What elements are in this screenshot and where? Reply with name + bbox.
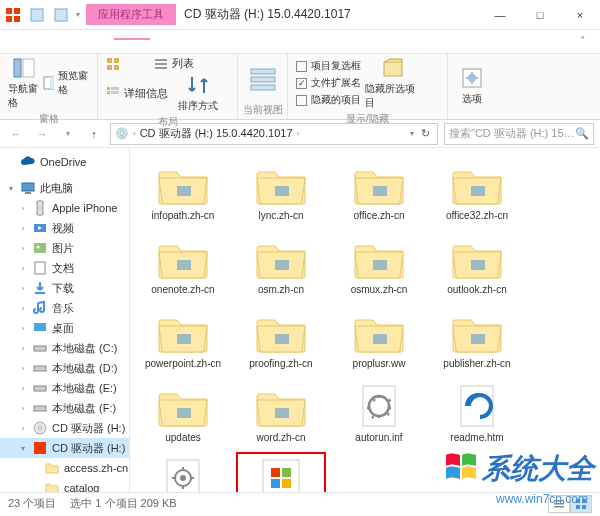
refresh-button[interactable]: ↻ — [418, 127, 433, 140]
folder-item[interactable]: onenote.zh-cn — [138, 230, 228, 300]
close-button[interactable]: × — [560, 0, 600, 30]
svg-rect-3 — [14, 16, 20, 22]
music-icon — [32, 300, 48, 316]
file-item[interactable]: setup.exe — [236, 452, 326, 492]
dll-icon — [155, 456, 211, 492]
folder-item[interactable]: outlook.zh-cn — [432, 230, 522, 300]
checkbox-icon — [296, 61, 307, 72]
sidebar-item-documents[interactable]: ›文档 — [0, 258, 129, 278]
view-icons-button[interactable] — [570, 495, 592, 513]
sidebar-item-cd-h[interactable]: ›CD 驱动器 (H:) — [0, 418, 129, 438]
svg-rect-46 — [471, 186, 485, 196]
folder-item[interactable]: office32.zh-cn — [432, 156, 522, 226]
folder-item[interactable]: lync.zh-cn — [236, 156, 326, 226]
maximize-button[interactable]: □ — [520, 0, 560, 30]
folder-item[interactable]: word.zh-cn — [236, 378, 326, 448]
layout-details-button[interactable]: 详细信息 — [106, 86, 168, 101]
svg-rect-56 — [275, 408, 289, 418]
office-disc-icon — [32, 440, 48, 456]
sidebar-item-disk-f[interactable]: ›本地磁盘 (F:) — [0, 398, 129, 418]
file-item[interactable]: readme.htm — [432, 378, 522, 448]
ribbon-group-current-view: 当前视图 — [238, 54, 288, 119]
file-grid[interactable]: infopath.zh-cnlync.zh-cnoffice.zh-cnoffi… — [130, 148, 600, 492]
sidebar-item-video[interactable]: ›视频 — [0, 218, 129, 238]
file-name-label: osmux.zh-cn — [351, 284, 408, 296]
view-toggle — [548, 495, 592, 513]
file-name-label: office32.zh-cn — [446, 210, 508, 222]
svg-rect-53 — [373, 334, 387, 344]
svg-rect-28 — [25, 192, 31, 194]
folder-item[interactable]: office.zh-cn — [334, 156, 424, 226]
file-item[interactable]: setup.dll — [138, 452, 228, 492]
ribbon-tab-active[interactable] — [114, 38, 150, 46]
file-name-label: publisher.zh-cn — [443, 358, 510, 370]
hide-selected-button[interactable]: 隐藏所选项目 — [365, 56, 421, 110]
sidebar-item-disk-d[interactable]: ›本地磁盘 (D:) — [0, 358, 129, 378]
svg-rect-23 — [251, 85, 275, 90]
layout-list-button[interactable]: 列表 — [154, 56, 194, 71]
sidebar-item-disk-e[interactable]: ›本地磁盘 (E:) — [0, 378, 129, 398]
folder-item[interactable]: osmux.zh-cn — [334, 230, 424, 300]
qat-item-icon[interactable] — [28, 6, 46, 24]
folder-item[interactable]: osm.zh-cn — [236, 230, 326, 300]
sidebar-item-folder[interactable]: catalog — [0, 478, 129, 492]
qat-item-icon[interactable] — [52, 6, 70, 24]
svg-rect-15 — [155, 63, 167, 65]
sidebar-item-music[interactable]: ›音乐 — [0, 298, 129, 318]
sidebar-item-disk-c[interactable]: ›本地磁盘 (C:) — [0, 338, 129, 358]
back-button[interactable]: ← — [6, 124, 26, 144]
options-button[interactable]: 选项 — [456, 66, 488, 106]
layout-icons-button[interactable]: 列表 — [106, 56, 146, 71]
svg-rect-44 — [275, 186, 289, 196]
sidebar-item-pictures[interactable]: ›图片 — [0, 238, 129, 258]
recent-locations-icon[interactable]: ▾ — [58, 124, 78, 144]
checkbox-item-checkboxes[interactable]: 项目复选框 — [296, 59, 361, 73]
folder-item[interactable]: proplusr.ww — [334, 304, 424, 374]
tab-app-tools[interactable]: 应用程序工具 — [86, 4, 176, 25]
svg-rect-47 — [177, 260, 191, 270]
breadcrumb-item[interactable]: CD 驱动器 (H:) 15.0.4420.1017 — [140, 126, 293, 141]
checkbox-hidden-items[interactable]: 隐藏的项目 — [296, 93, 361, 107]
sidebar-item-folder[interactable]: access.zh-cn — [0, 458, 129, 478]
ribbon-tab[interactable] — [6, 38, 42, 46]
sort-button[interactable]: 排序方式 — [176, 73, 220, 113]
grouping-icon[interactable] — [249, 65, 277, 93]
breadcrumb[interactable]: 💿 › CD 驱动器 (H:) 15.0.4420.1017 › ▾ ↻ — [110, 123, 438, 145]
sidebar-item-onedrive[interactable]: OneDrive — [0, 152, 129, 172]
minimize-button[interactable]: — — [480, 0, 520, 30]
svg-rect-48 — [275, 260, 289, 270]
folder-item[interactable]: proofing.zh-cn — [236, 304, 326, 374]
content-area: OneDrive ▾此电脑 ›Apple iPhone ›视频 ›图片 ›文档 … — [0, 148, 600, 492]
sidebar-item-this-pc[interactable]: ▾此电脑 — [0, 178, 129, 198]
folder-item[interactable]: infopath.zh-cn — [138, 156, 228, 226]
view-details-button[interactable] — [548, 495, 570, 513]
preview-pane-button[interactable]: 预览窗格 — [43, 69, 89, 97]
folder-item[interactable]: powerpoint.zh-cn — [138, 304, 228, 374]
collapse-ribbon-icon[interactable]: ˄ — [572, 35, 594, 48]
file-name-label: infopath.zh-cn — [152, 210, 215, 222]
address-dropdown-icon[interactable]: ▾ — [410, 129, 414, 138]
file-item[interactable]: autorun.inf — [334, 378, 424, 448]
sidebar-item-cd-h-open[interactable]: ▾CD 驱动器 (H:) 15 — [0, 438, 129, 458]
svg-rect-2 — [6, 16, 12, 22]
navigation-tree[interactable]: OneDrive ▾此电脑 ›Apple iPhone ›视频 ›图片 ›文档 … — [0, 148, 130, 492]
file-name-label: proplusr.ww — [353, 358, 406, 370]
forward-button[interactable]: → — [32, 124, 52, 144]
checkbox-file-extensions[interactable]: ✓文件扩展名 — [296, 76, 361, 90]
disc-icon — [32, 420, 48, 436]
desktop-icon — [32, 320, 48, 336]
video-icon — [32, 220, 48, 236]
folder-item[interactable]: publisher.zh-cn — [432, 304, 522, 374]
up-button[interactable]: ↑ — [84, 124, 104, 144]
nav-pane-label: 导航窗格 — [8, 82, 39, 110]
sidebar-item-desktop[interactable]: ›桌面 — [0, 318, 129, 338]
sidebar-item-iphone[interactable]: ›Apple iPhone — [0, 198, 129, 218]
search-input[interactable]: 搜索"CD 驱动器 (H:) 15.0.44… 🔍 — [444, 123, 594, 145]
nav-pane-button[interactable]: 导航窗格 — [8, 56, 39, 110]
qat-dropdown-icon[interactable]: ▾ — [76, 10, 80, 19]
ribbon-tab[interactable] — [42, 38, 78, 46]
svg-rect-19 — [107, 91, 110, 94]
sidebar-item-downloads[interactable]: ›下载 — [0, 278, 129, 298]
folder-item[interactable]: updates — [138, 378, 228, 448]
ribbon-tab[interactable] — [78, 38, 114, 46]
